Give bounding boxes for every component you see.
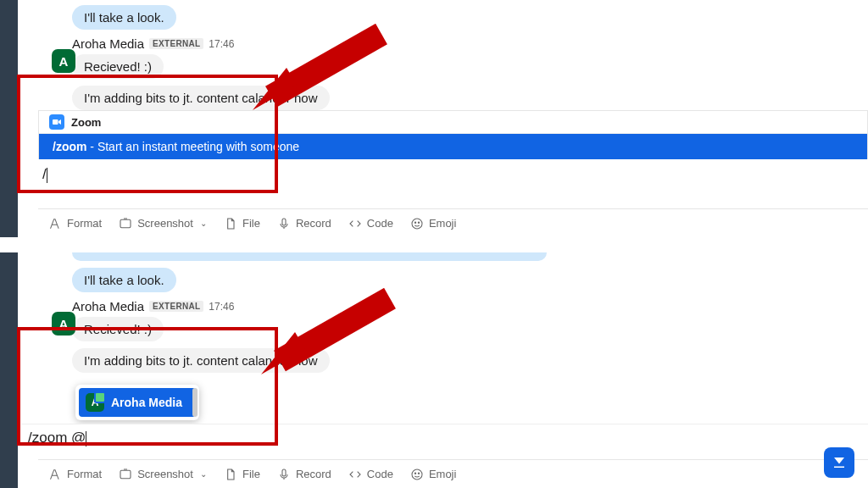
message-bubble-self: I'll take a look. xyxy=(72,268,176,292)
screenshot-icon xyxy=(119,217,132,230)
record-button[interactable]: Record xyxy=(277,217,331,230)
screenshot-button[interactable]: Screenshot⌄ xyxy=(119,217,207,230)
svg-point-5 xyxy=(418,222,419,223)
screenshot-icon xyxy=(119,468,132,481)
composer-toolbar: Format Screenshot⌄ File Record Code Emoj… xyxy=(38,208,868,237)
left-rail xyxy=(0,0,18,237)
emoji-icon xyxy=(410,468,424,481)
svg-point-8 xyxy=(412,469,422,480)
message-bubble-self-cut xyxy=(72,252,547,261)
mention-popup: A Aroha Media xyxy=(75,385,199,420)
slash-command-popup: Zoom /zoom - Start an instant meeting wi… xyxy=(38,110,868,159)
format-button[interactable]: Format xyxy=(48,217,102,230)
emoji-button[interactable]: Emoji xyxy=(410,217,457,230)
file-button[interactable]: File xyxy=(224,217,260,230)
svg-point-4 xyxy=(415,222,415,223)
slash-command-app-header: Zoom xyxy=(39,111,867,134)
message-bubble: I'm adding bits to jt. content calander … xyxy=(72,348,330,373)
screenshot-button[interactable]: Screenshot⌄ xyxy=(119,468,207,481)
emoji-button[interactable]: Emoji xyxy=(410,468,457,481)
mention-item[interactable]: A Aroha Media xyxy=(79,388,196,417)
file-icon xyxy=(224,217,237,230)
svg-rect-7 xyxy=(282,469,286,476)
svg-rect-1 xyxy=(120,219,131,227)
slash-command-desc: - Start an instant meeting with someone xyxy=(86,140,299,153)
svg-rect-2 xyxy=(282,219,286,225)
sender-name[interactable]: Aroha Media xyxy=(72,36,144,51)
code-button[interactable]: Code xyxy=(348,468,393,481)
emoji-icon xyxy=(410,217,424,230)
message-bubble-self: I'll take a look. xyxy=(72,5,176,30)
svg-rect-0 xyxy=(53,119,58,125)
svg-rect-6 xyxy=(120,470,131,478)
file-icon xyxy=(224,468,237,481)
code-icon xyxy=(348,217,362,230)
svg-point-9 xyxy=(415,473,415,474)
message-input[interactable]: /zoom @ xyxy=(21,424,868,450)
composer-toolbar: Format Screenshot⌄ File Record Code Emoj… xyxy=(38,459,868,488)
avatar: A xyxy=(86,393,104,412)
chevron-down-icon: ⌄ xyxy=(198,219,207,228)
left-rail xyxy=(0,252,18,488)
text-cursor xyxy=(47,168,47,183)
sender-name[interactable]: Aroha Media xyxy=(72,299,144,313)
format-icon xyxy=(48,217,62,230)
slash-command-item[interactable]: /zoom - Start an instant meeting with so… xyxy=(39,134,867,159)
external-badge: EXTERNAL xyxy=(149,38,203,49)
message-time: 17:46 xyxy=(209,38,234,50)
message-bubble: Recieved! :) xyxy=(72,54,164,79)
message-bubble: Recieved! :) xyxy=(72,317,164,341)
avatar[interactable]: A xyxy=(52,312,75,336)
screenshot-panel-1: I'll take a look. Aroha Media EXTERNAL 1… xyxy=(0,0,868,237)
file-button[interactable]: File xyxy=(224,468,260,481)
scroll-down-button[interactable] xyxy=(824,447,854,478)
mic-icon xyxy=(277,468,291,481)
code-button[interactable]: Code xyxy=(348,217,393,230)
chat-area: I'll take a look. Aroha Media EXTERNAL 1… xyxy=(18,252,868,488)
chat-area: I'll take a look. Aroha Media EXTERNAL 1… xyxy=(18,0,868,237)
message-header: Aroha Media EXTERNAL 17:46 xyxy=(72,299,868,313)
svg-point-10 xyxy=(418,473,419,474)
record-button[interactable]: Record xyxy=(277,468,331,481)
message-input[interactable]: / xyxy=(36,163,868,186)
zoom-app-icon xyxy=(49,114,64,130)
message-input-text: /zoom @ xyxy=(28,430,86,446)
mention-name: Aroha Media xyxy=(111,396,182,409)
text-cursor xyxy=(86,431,86,446)
chevron-down-icon: ⌄ xyxy=(198,469,207,479)
svg-point-3 xyxy=(412,219,422,229)
slash-command-name: /zoom xyxy=(53,140,86,153)
slash-command-app-name: Zoom xyxy=(71,116,101,129)
screenshot-panel-2: I'll take a look. Aroha Media EXTERNAL 1… xyxy=(0,252,868,488)
message-time: 17:46 xyxy=(209,301,234,313)
message-bubble: I'm adding bits to jt. content calander … xyxy=(72,86,330,110)
code-icon xyxy=(348,468,362,481)
svg-rect-11 xyxy=(834,467,844,469)
external-badge: EXTERNAL xyxy=(149,301,203,312)
format-icon xyxy=(48,468,62,481)
avatar[interactable]: A xyxy=(52,49,75,73)
message-header: Aroha Media EXTERNAL 17:46 xyxy=(72,36,868,51)
format-button[interactable]: Format xyxy=(48,468,102,481)
mic-icon xyxy=(277,217,291,230)
scrollbar[interactable] xyxy=(192,388,198,417)
